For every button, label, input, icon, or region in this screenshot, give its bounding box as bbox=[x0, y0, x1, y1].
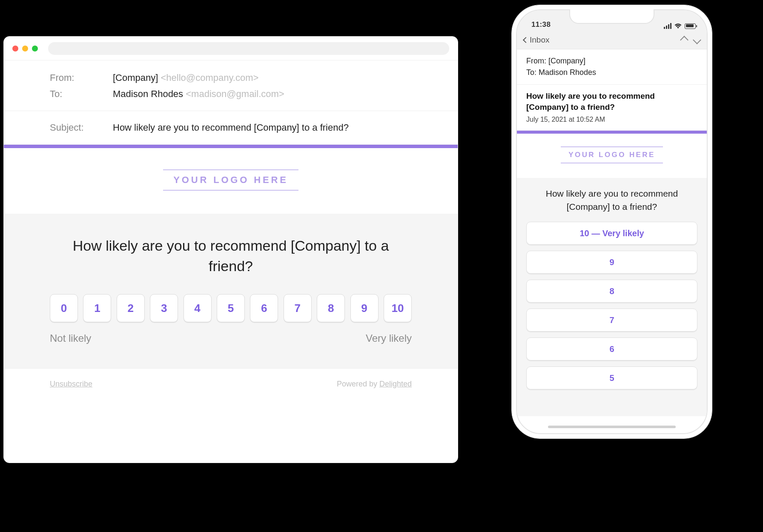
mobile-logo-band: YOUR LOGO HERE bbox=[517, 134, 707, 178]
nps-score-5[interactable]: 5 bbox=[217, 294, 245, 322]
nps-score-8[interactable]: 8 bbox=[317, 294, 345, 322]
prev-message-button[interactable] bbox=[680, 36, 688, 44]
from-name: [Company] bbox=[113, 72, 158, 83]
accent-bar bbox=[4, 145, 458, 148]
mail-nav-bar: Inbox bbox=[517, 31, 707, 49]
scale-low-label: Not likely bbox=[50, 332, 91, 344]
browser-chrome bbox=[4, 37, 458, 60]
home-indicator bbox=[548, 426, 676, 428]
subject-value: How likely are you to recommend [Company… bbox=[113, 122, 349, 133]
back-to-inbox[interactable]: Inbox bbox=[524, 35, 549, 45]
mobile-nps-10[interactable]: 10 — Very likely bbox=[526, 222, 697, 245]
close-icon[interactable] bbox=[12, 46, 18, 51]
nps-score-3[interactable]: 3 bbox=[150, 294, 178, 322]
powered-prefix: Powered by bbox=[337, 380, 379, 388]
mobile-accent-bar bbox=[517, 131, 707, 134]
nps-score-10[interactable]: 10 bbox=[384, 294, 412, 322]
email-footer: Unsubscribe Powered by Delighted bbox=[4, 368, 458, 400]
mobile-nps-7[interactable]: 7 bbox=[526, 309, 697, 332]
mobile-subject-block: How likely are you to recommend [Company… bbox=[517, 85, 707, 131]
mobile-nps-9[interactable]: 9 bbox=[526, 251, 697, 274]
email-headers: From: [Company] <hello@company.com> To: … bbox=[4, 60, 458, 145]
to-name: Madison Rhodes bbox=[113, 89, 183, 99]
desktop-email-preview: From: [Company] <hello@company.com> To: … bbox=[3, 36, 458, 463]
mobile-headers: From: [Company] To: Madison Rhodes bbox=[517, 49, 707, 85]
mobile-subject: How likely are you to recommend [Company… bbox=[526, 91, 697, 112]
logo-placeholder: YOUR LOGO HERE bbox=[163, 169, 298, 191]
mobile-nps-5[interactable]: 5 bbox=[526, 366, 697, 389]
logo-band: YOUR LOGO HERE bbox=[4, 148, 458, 214]
nps-score-1[interactable]: 1 bbox=[83, 294, 111, 322]
from-value: [Company] <hello@company.com> bbox=[113, 72, 258, 83]
mobile-logo-placeholder: YOUR LOGO HERE bbox=[561, 146, 663, 163]
mobile-from: From: [Company] bbox=[526, 55, 697, 67]
mobile-survey-question: How likely are you to recommend [Company… bbox=[526, 187, 697, 213]
nps-score-0[interactable]: 0 bbox=[50, 294, 78, 322]
unsubscribe-link[interactable]: Unsubscribe bbox=[50, 380, 92, 389]
nps-scale: 0 1 2 3 4 5 6 7 8 9 10 bbox=[50, 294, 412, 322]
from-address: <hello@company.com> bbox=[161, 72, 259, 83]
to-label: To: bbox=[4, 89, 113, 100]
window-controls bbox=[12, 46, 38, 51]
mobile-nps-8[interactable]: 8 bbox=[526, 280, 697, 303]
scale-high-label: Very likely bbox=[366, 332, 412, 344]
from-label: From: bbox=[4, 72, 113, 83]
nps-score-9[interactable]: 9 bbox=[350, 294, 379, 322]
powered-brand-link[interactable]: Delighted bbox=[379, 380, 412, 388]
powered-by: Powered by Delighted bbox=[337, 380, 412, 389]
nps-score-2[interactable]: 2 bbox=[117, 294, 145, 322]
mobile-nps-survey: How likely are you to recommend [Company… bbox=[517, 178, 707, 416]
status-time: 11:38 bbox=[531, 20, 551, 29]
to-address: <madison@gmail.com> bbox=[186, 89, 284, 99]
phone-notch bbox=[569, 9, 654, 24]
nps-survey: How likely are you to recommend [Company… bbox=[4, 214, 458, 368]
wifi-icon bbox=[674, 23, 682, 29]
to-value: Madison Rhodes <madison@gmail.com> bbox=[113, 89, 284, 100]
chevron-left-icon bbox=[523, 37, 529, 43]
signal-icon bbox=[664, 23, 671, 29]
back-label: Inbox bbox=[530, 35, 549, 45]
mobile-email-preview: 11:38 Inbox From: [Company] bbox=[512, 5, 712, 438]
nps-score-4[interactable]: 4 bbox=[184, 294, 212, 322]
subject-label: Subject: bbox=[4, 122, 113, 133]
mobile-date: July 15, 2021 at 10:52 AM bbox=[526, 116, 697, 123]
mobile-nps-6[interactable]: 6 bbox=[526, 338, 697, 360]
mobile-to: To: Madison Rhodes bbox=[526, 67, 697, 78]
minimize-icon[interactable] bbox=[22, 46, 28, 51]
battery-icon bbox=[685, 23, 696, 29]
survey-question: How likely are you to recommend [Company… bbox=[50, 236, 412, 276]
next-message-button[interactable] bbox=[693, 36, 701, 44]
nps-score-6[interactable]: 6 bbox=[250, 294, 278, 322]
maximize-icon[interactable] bbox=[32, 46, 38, 51]
address-bar[interactable] bbox=[48, 42, 449, 55]
nps-score-7[interactable]: 7 bbox=[284, 294, 312, 322]
